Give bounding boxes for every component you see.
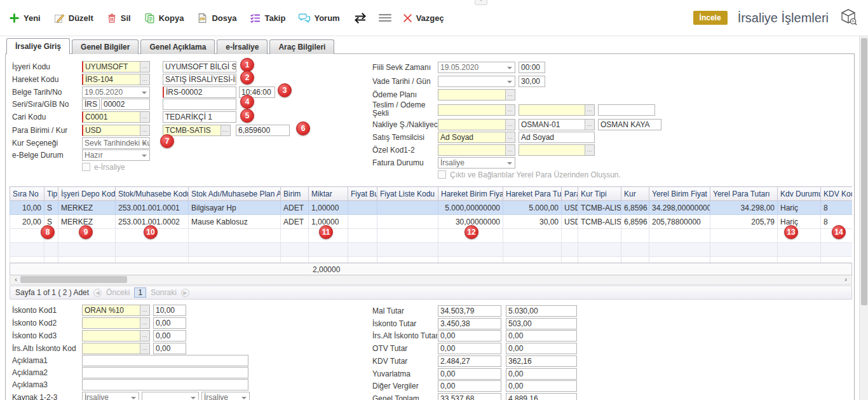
- grid-cell[interactable]: [348, 243, 377, 257]
- grid-cell[interactable]: [189, 229, 281, 243]
- ozel-kod2-field[interactable]: …: [519, 144, 595, 156]
- grid-cell[interactable]: 20,00: [10, 215, 44, 229]
- grid-cell[interactable]: [438, 257, 503, 263]
- delete-button[interactable]: Sil: [107, 13, 131, 24]
- grid-cell[interactable]: [348, 201, 377, 215]
- grid-column-header[interactable]: Kdv Durumu: [778, 187, 821, 201]
- seri-field[interactable]: İRS: [82, 99, 100, 110]
- iskonto-oran1-field[interactable]: 10,00: [153, 305, 186, 316]
- grid-cell[interactable]: 30,00: [503, 215, 562, 229]
- grid-cell[interactable]: [281, 257, 309, 263]
- hareket-kodu-lookup-button[interactable]: …: [140, 74, 149, 85]
- grid-column-header[interactable]: Birim: [281, 187, 309, 201]
- grid-cell[interactable]: [58, 243, 116, 257]
- grid-column-header[interactable]: Hareket Para Tutari: [503, 187, 562, 201]
- grid-empty-row[interactable]: [10, 257, 853, 263]
- grid-cell[interactable]: 205,79: [710, 215, 778, 229]
- cari-kodu-field[interactable]: C0001 …: [82, 111, 150, 123]
- tab-e-irsaliye[interactable]: e-İrsaliye: [217, 39, 268, 54]
- grid-cell[interactable]: [10, 257, 44, 263]
- grid-cell[interactable]: [562, 257, 578, 263]
- iskonto-oran3-field[interactable]: 0,00: [153, 330, 186, 341]
- grid-cell[interactable]: [377, 215, 438, 229]
- grid-cell[interactable]: [281, 229, 309, 243]
- totals-local-amount-field[interactable]: 3.450,38: [438, 318, 501, 329]
- odeme-plani-lookup-button[interactable]: …: [505, 90, 515, 100]
- grid-cell[interactable]: 8: [821, 201, 853, 215]
- copy-button[interactable]: Kopya: [144, 13, 184, 24]
- nakliye-sirketi-field[interactable]: …: [438, 119, 515, 130]
- satis-temsilcisi-kodu-field[interactable]: Ad Soyad …: [438, 132, 515, 143]
- iskonto-kod2-field[interactable]: …: [82, 317, 150, 329]
- totals-local-amount-field[interactable]: 0,00: [438, 343, 501, 354]
- grid-cell[interactable]: [58, 257, 116, 263]
- odeme-sekli-lookup-button[interactable]: …: [585, 105, 594, 115]
- grid-cell[interactable]: S: [44, 201, 58, 215]
- vade-gun-field[interactable]: 30,00: [519, 76, 545, 87]
- grid-cell[interactable]: TCMB-ALIS: [578, 215, 621, 229]
- totals-local-amount-field[interactable]: 34.503,79: [438, 305, 501, 317]
- odeme-plani-field[interactable]: …: [438, 89, 515, 100]
- iskonto-kod1-field[interactable]: ORAN %10 …: [82, 305, 150, 316]
- grid-cell[interactable]: [578, 257, 621, 263]
- fiili-sevk-saat-field[interactable]: 00:00: [519, 62, 545, 73]
- isyeri-kodu-field[interactable]: UYUMSOFT …: [82, 61, 150, 72]
- grid-cell[interactable]: [10, 243, 44, 257]
- belge-tarihi-datepicker[interactable]: 19.05.2020: [82, 86, 150, 98]
- totals-doc-amount-field[interactable]: 5.030,00: [506, 305, 577, 317]
- kur-secenegi-select[interactable]: Sevk Tarihindeki Ku: [82, 137, 150, 149]
- tab-genel-bilgiler[interactable]: Genel Bilgiler: [72, 39, 139, 54]
- scrollbar-thumb[interactable]: [20, 276, 127, 283]
- iskonto-oran2-field[interactable]: 0,00: [153, 317, 186, 329]
- grid-cell[interactable]: [309, 257, 348, 263]
- para-birimi-lookup-button[interactable]: …: [140, 125, 149, 135]
- hareket-adi-field[interactable]: SATIŞ İRSALİYESİ-İH: [163, 74, 236, 85]
- grid-cell[interactable]: [649, 243, 710, 257]
- odeme-sekli-field[interactable]: …: [519, 104, 595, 116]
- tab-genel-aciklama[interactable]: Genel Açıklama: [140, 39, 215, 54]
- totals-doc-amount-field[interactable]: 4.889,16: [506, 393, 577, 400]
- e-irsaliye-checkbox[interactable]: [82, 163, 90, 171]
- grid-cell[interactable]: [503, 229, 562, 243]
- grid-column-header[interactable]: Miktar: [309, 187, 348, 201]
- totals-local-amount-field[interactable]: 0,00: [438, 330, 501, 341]
- isyeri-adi-field[interactable]: UYUMSOFT BİLGİ SİS: [163, 61, 236, 72]
- grid-cell[interactable]: [578, 229, 621, 243]
- grid-cell[interactable]: USD: [562, 215, 578, 229]
- grid-row[interactable]: 20,00SMERKEZ253.001.001.0002Mause Kablos…: [10, 215, 853, 229]
- satis-temsilcisi-lookup-button[interactable]: …: [505, 132, 515, 142]
- fatura-durumu-select[interactable]: İrsaliye: [438, 157, 515, 169]
- tab-arac-bilgileri[interactable]: Araç Bilgileri: [269, 39, 334, 54]
- totals-doc-amount-field[interactable]: 0,00: [506, 368, 577, 380]
- grid-cell[interactable]: 205,78800000: [649, 215, 710, 229]
- grid-cell[interactable]: ADET: [281, 215, 309, 229]
- teslim-sekli-lookup-button[interactable]: …: [505, 105, 515, 115]
- grid-cell[interactable]: Mause Kablosuz: [189, 215, 281, 229]
- grid-column-header[interactable]: Hareket Birim Fiyatı: [438, 187, 503, 201]
- nakliyeci-lookup-button[interactable]: …: [585, 120, 594, 130]
- transfer-button[interactable]: [353, 13, 367, 24]
- iskonto-kod3-field[interactable]: …: [82, 330, 150, 341]
- grid-column-header[interactable]: Kur: [621, 187, 649, 201]
- iskonto-kod1-lookup-button[interactable]: …: [140, 305, 149, 315]
- grid-cell[interactable]: 10,00: [10, 201, 44, 215]
- nakliyeci-kodu-field[interactable]: OSMAN-01 …: [519, 119, 595, 130]
- vertical-scrollbar-thumb[interactable]: [861, 38, 867, 305]
- grid-column-header[interactable]: Yerel Para Tutarı: [710, 187, 778, 201]
- grid-cell[interactable]: [621, 229, 649, 243]
- previous-page-label[interactable]: Önceki: [106, 288, 130, 297]
- tab-irsaliye-giris[interactable]: İrsaliye Giriş: [6, 38, 70, 54]
- teslim-sekli-field[interactable]: …: [438, 104, 515, 116]
- toolbar-collapse-handle[interactable]: ⌃: [475, 0, 487, 5]
- aciklama1-field[interactable]: [82, 355, 248, 366]
- grid-column-header[interactable]: Fiyat Bul: [348, 187, 377, 201]
- totals-local-amount-field[interactable]: 2.484,27: [438, 355, 501, 367]
- grid-cell[interactable]: [377, 229, 438, 243]
- totals-doc-amount-field[interactable]: 503,00: [506, 318, 577, 329]
- kaynak2-select[interactable]: [142, 392, 199, 400]
- grid-cell[interactable]: [116, 257, 189, 263]
- grid-cell[interactable]: Bilgisayar Hp: [189, 201, 281, 215]
- sira-field[interactable]: 00002: [101, 99, 150, 110]
- grid-cell[interactable]: ADET: [281, 201, 309, 215]
- file-button[interactable]: Dosya: [197, 13, 236, 24]
